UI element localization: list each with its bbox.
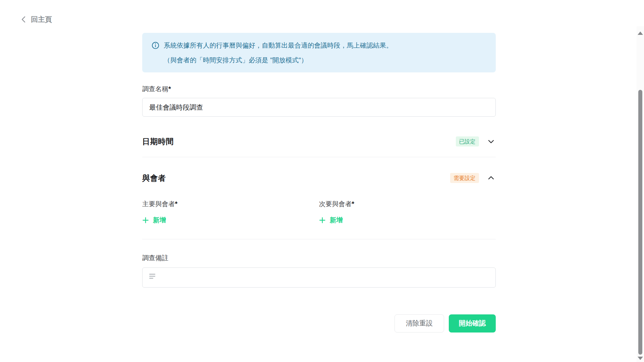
survey-name-input[interactable] <box>142 98 496 117</box>
add-button-label: 新增 <box>153 216 166 225</box>
attendee-columns: 主要與會者* 新增 次要與會者* <box>142 199 496 225</box>
add-button-label: 新增 <box>330 216 343 225</box>
attendees-collapse-toggle[interactable] <box>486 173 496 183</box>
notes-label: 調查備註 <box>142 253 496 262</box>
add-primary-attendee-button[interactable]: 新增 <box>142 216 166 225</box>
plus-icon <box>319 217 326 224</box>
primary-attendee-column: 主要與會者* 新增 <box>142 199 319 225</box>
required-asterisk: * <box>168 85 171 93</box>
reset-button[interactable]: 清除重設 <box>394 314 444 333</box>
section-datetime[interactable]: 日期時間 已設定 <box>142 134 496 149</box>
divider <box>142 157 496 157</box>
required-asterisk: * <box>352 200 355 207</box>
scroll-down-arrow-icon[interactable] <box>638 357 643 360</box>
datetime-section-title: 日期時間 <box>142 136 174 147</box>
required-asterisk: * <box>175 200 178 207</box>
back-link-label: 回主頁 <box>31 15 52 24</box>
scroll-up-arrow-icon[interactable] <box>638 32 643 35</box>
notes-textarea[interactable] <box>142 267 496 288</box>
vertical-scrollbar[interactable] <box>637 26 644 362</box>
attendees-section-title: 與會者 <box>142 173 166 183</box>
survey-form: 系統依據所有人的行事曆與偏好，自動算出最合適的會議時段，馬上確認結果。 （與會者… <box>142 33 496 333</box>
back-to-home-link[interactable]: 回主頁 <box>21 15 52 24</box>
primary-attendee-label: 主要與會者* <box>142 199 319 208</box>
banner-text-line1: 系統依據所有人的行事曆與偏好，自動算出最合適的會議時段，馬上確認結果。 <box>164 38 393 53</box>
banner-text-line2: （與會者的「時間安排方式」必須是 "開放模式"） <box>152 53 486 67</box>
section-attendees[interactable]: 與會者 需要設定 <box>142 171 496 185</box>
plus-icon <box>142 217 149 224</box>
secondary-attendee-column: 次要與會者* 新增 <box>319 199 496 225</box>
info-icon <box>152 42 159 49</box>
secondary-attendee-label: 次要與會者* <box>319 199 496 208</box>
scrollbar-thumb[interactable] <box>638 90 642 355</box>
confirm-button[interactable]: 開始確認 <box>449 314 496 333</box>
datetime-status-badge: 已設定 <box>456 136 479 147</box>
chevron-down-icon <box>487 137 495 145</box>
chevron-left-icon <box>21 16 26 23</box>
form-actions: 清除重設 開始確認 <box>142 314 496 333</box>
datetime-collapse-toggle[interactable] <box>486 137 496 146</box>
attendees-status-badge: 需要設定 <box>450 173 479 183</box>
chevron-up-icon <box>487 174 495 182</box>
text-lines-icon <box>149 273 156 279</box>
add-secondary-attendee-button[interactable]: 新增 <box>319 216 343 225</box>
survey-name-label: 調查名稱* <box>142 84 496 93</box>
divider <box>142 239 496 239</box>
info-banner: 系統依據所有人的行事曆與偏好，自動算出最合適的會議時段，馬上確認結果。 （與會者… <box>142 33 496 72</box>
